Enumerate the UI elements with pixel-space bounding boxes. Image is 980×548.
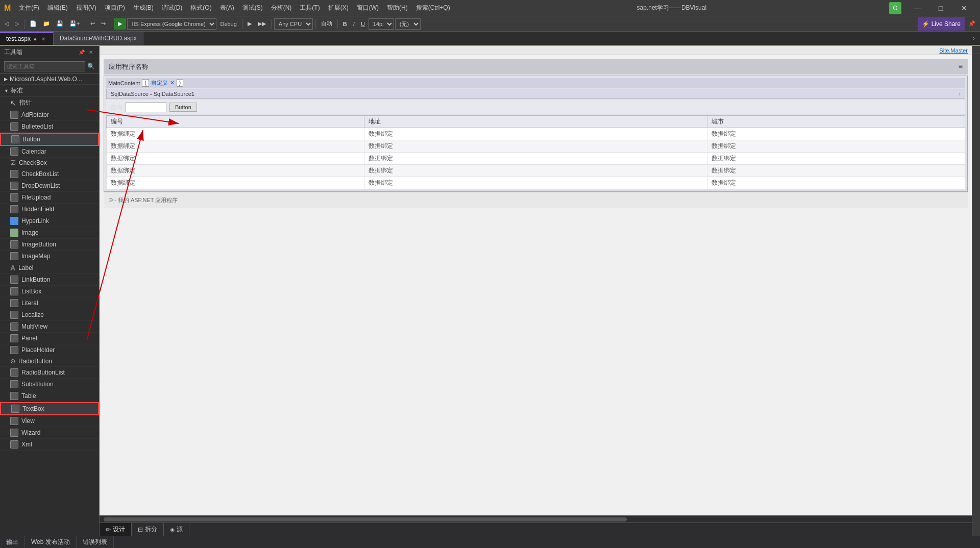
toolbox-item-radiobuttonlist[interactable]: RadioButtonList	[0, 367, 99, 379]
close-button[interactable]: ✕	[952, 0, 976, 16]
linkbutton-icon	[10, 276, 18, 284]
toolbox-item-view[interactable]: View	[0, 415, 99, 427]
toolbar-italic[interactable]: I	[351, 18, 357, 30]
menu-table[interactable]: 表(A)	[216, 2, 238, 14]
toolbox-item-hyperlink[interactable]: HyperLink	[0, 215, 99, 227]
font-size-dropdown[interactable]: 14px	[369, 18, 394, 30]
toolbox-item-panel[interactable]: Panel	[0, 333, 99, 344]
toolbox-item-imagebutton[interactable]: ImageButton	[0, 239, 99, 251]
menu-project[interactable]: 项目(P)	[101, 2, 129, 14]
live-share-button[interactable]: ⚡ Live Share	[918, 17, 965, 31]
bulletedlist-icon	[10, 122, 18, 131]
menu-window[interactable]: 窗口(W)	[353, 2, 383, 14]
toolbar-run2[interactable]: ▶	[245, 18, 254, 30]
toolbox-item-adrotator[interactable]: AdRotator	[0, 109, 99, 121]
toolbox-item-pointer[interactable]: ↖ 指针	[0, 97, 99, 109]
toolbar-new[interactable]: 📄	[27, 18, 39, 30]
toolbox-item-imagemap[interactable]: ImageMap	[0, 251, 99, 262]
minimize-button[interactable]: —	[905, 0, 929, 16]
menu-view[interactable]: 视图(V)	[72, 2, 101, 14]
hamburger-icon[interactable]: ≡	[959, 62, 963, 70]
toolbox-item-wizard[interactable]: Wizard	[0, 427, 99, 439]
menu-test[interactable]: 测试(S)	[238, 2, 267, 14]
toolbar-open[interactable]: 📁	[40, 18, 53, 30]
toolbox-item-fileupload[interactable]: FileUpload	[0, 192, 99, 204]
run-button[interactable]: ▶	[114, 18, 126, 30]
tab-design[interactable]: ✏ 设计	[100, 523, 132, 536]
toolbox-item-dropdownlist[interactable]: DropDownList	[0, 180, 99, 192]
toolbar-debug-mode[interactable]: Debug	[217, 18, 239, 30]
menu-build[interactable]: 生成(B)	[129, 2, 158, 14]
menu-search[interactable]: 搜索(Ctrl+Q)	[412, 2, 454, 14]
toolbox-item-localize[interactable]: Localize	[0, 309, 99, 321]
query-input[interactable]	[126, 102, 166, 112]
toolbox-item-linkbutton[interactable]: LinkButton	[0, 274, 99, 286]
menu-edit[interactable]: 编辑(E)	[43, 2, 72, 14]
account-icon[interactable]: G	[889, 2, 901, 14]
menu-debug[interactable]: 调试(D)	[158, 2, 187, 14]
error-list-tab[interactable]: 错误列表	[77, 536, 114, 548]
toolbox-item-textbox[interactable]: TextBox	[0, 402, 99, 415]
cpu-dropdown[interactable]: Any CPU	[274, 18, 313, 30]
output-tab[interactable]: 输出	[0, 536, 25, 548]
content-badge-x[interactable]: ✕	[170, 80, 175, 86]
menu-format[interactable]: 格式(O)	[186, 2, 215, 14]
toolbox-item-bulletedlist[interactable]: BulletedList	[0, 121, 99, 133]
hscroll-thumb[interactable]	[104, 517, 627, 521]
toolbox-item-multiview[interactable]: MultiView	[0, 321, 99, 333]
toolbox-item-table[interactable]: Table	[0, 390, 99, 402]
toolbox-item-button[interactable]: Button	[0, 133, 99, 146]
right-panel-top[interactable]	[972, 46, 980, 54]
toolbox-search-input[interactable]	[4, 61, 85, 71]
toolbox-item-checkboxlist[interactable]: CheckBoxList	[0, 168, 99, 180]
toolbox-item-hiddenfield[interactable]: HiddenField	[0, 204, 99, 215]
site-master-label[interactable]: Site.Master	[939, 47, 968, 54]
query-row: 查询 Button	[106, 100, 965, 114]
toolbox-item-radiobutton[interactable]: ⊙ RadioButton	[0, 356, 99, 367]
toolbox-item-image[interactable]: Image	[0, 227, 99, 239]
toolbox-item-literal[interactable]: Literal	[0, 297, 99, 309]
menu-help[interactable]: 帮助(H)	[383, 2, 412, 14]
toolbox-item-placeholder[interactable]: PlaceHolder	[0, 344, 99, 356]
toolbar-back[interactable]: ◁	[2, 18, 11, 30]
maximize-button[interactable]: □	[929, 0, 952, 16]
right-arrow-icon[interactable]: ›	[959, 91, 961, 97]
toolbar-save[interactable]: 💾	[54, 18, 66, 30]
toolbar-underline[interactable]: U	[358, 18, 368, 30]
tab-test-aspx[interactable]: test.aspx ● ✕	[0, 32, 54, 45]
toolbox-pin-btn[interactable]: 📌	[78, 48, 86, 57]
tab-split[interactable]: ⊟ 拆分	[132, 523, 164, 536]
zoom-dropdown[interactable]: (无)	[395, 18, 421, 30]
toolbox-standard-header[interactable]: ▼ 标准	[0, 85, 99, 97]
tab-datasource-aspx[interactable]: DataSourceWithCRUD.aspx	[54, 32, 143, 45]
tab-scroll-right[interactable]: ›	[968, 32, 980, 45]
toolbox-item-listbox[interactable]: ListBox	[0, 286, 99, 297]
toolbox-item-label[interactable]: A Label	[0, 262, 99, 274]
menu-tools[interactable]: 工具(T)	[296, 2, 324, 14]
toolbar-redo[interactable]: ↪	[99, 18, 108, 30]
toolbox-item-calendar[interactable]: Calendar	[0, 146, 99, 158]
toolbox-item-checkbox[interactable]: ☑ CheckBox	[0, 158, 99, 168]
query-button[interactable]: Button	[169, 103, 197, 112]
toolbox-item-substitution[interactable]: Substitution	[0, 379, 99, 390]
tab-close-btn[interactable]: ✕	[40, 35, 47, 42]
menu-file[interactable]: 文件(F)	[15, 2, 43, 14]
toolbar-continue[interactable]: ▶▶	[255, 18, 268, 30]
table-header-row: 编号 地址 城市	[107, 116, 965, 128]
tab-source[interactable]: ◈ 源	[164, 523, 189, 536]
toolbar-bold[interactable]: B	[340, 18, 350, 30]
menu-analyze[interactable]: 分析(N)	[267, 2, 296, 14]
web-publish-tab[interactable]: Web 发布活动	[25, 536, 77, 548]
design-hscroll[interactable]	[100, 515, 972, 522]
toolbox-ms-header[interactable]: ▶ Microsoft.AspNet.Web.O...	[0, 74, 99, 85]
menu-extensions[interactable]: 扩展(X)	[324, 2, 353, 14]
toolbar-pin[interactable]: 📌	[966, 18, 978, 30]
toolbar-save-all[interactable]: 💾+	[67, 18, 82, 30]
toolbox-close-btn[interactable]: ✕	[87, 48, 95, 57]
toolbar-forward[interactable]: ▷	[12, 18, 21, 30]
tab-label: 设计	[113, 525, 125, 534]
toolbar-undo[interactable]: ↩	[88, 18, 97, 30]
toolbox-item-xml[interactable]: Xml	[0, 439, 99, 451]
run-config-dropdown[interactable]: IIS Express (Google Chrome)	[127, 18, 216, 30]
search-icon[interactable]: 🔍	[87, 63, 95, 70]
